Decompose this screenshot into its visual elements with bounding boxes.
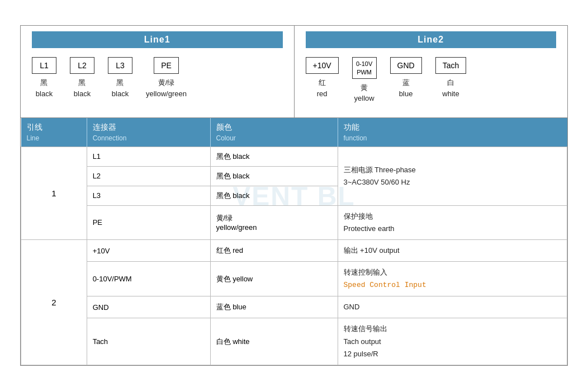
color-l1: 黑色 black	[210, 147, 338, 166]
connector-pe: PE 黄/绿yellow/green	[146, 57, 187, 99]
main-table: 引线Line 连接器Connection 颜色Colour 功能function…	[21, 118, 567, 365]
connection-l1: L1	[87, 147, 210, 166]
function-three-phase: 三相电源 Three-phase3~AC380V 50/60 Hz	[338, 147, 567, 205]
connector-label-l1: 黑black	[36, 77, 53, 99]
connector-l3: L3 黑black	[108, 57, 132, 99]
table-body: 1 L1 黑色 black 三相电源 Three-phase3~AC380V 5…	[21, 147, 567, 365]
table-row: 2 +10V 红色 red 输出 +10V output	[21, 240, 567, 262]
th-function: 功能function	[338, 118, 567, 147]
connector-l2: L2 黑black	[70, 57, 94, 99]
main-container: VENT BL Line1 L1 黑black L2 黑black L3 黑	[20, 25, 568, 365]
line2-connectors: +10V 红red 0-10VPWM 黄yellow GND 蓝blue Tac…	[306, 57, 557, 104]
connector-label-10v: 红red	[317, 77, 328, 99]
connector-box-pe: PE	[154, 57, 179, 74]
connector-label-pe: 黄/绿yellow/green	[146, 77, 187, 99]
line-number-1: 1	[21, 147, 87, 239]
connector-10v: +10V 红red	[306, 57, 339, 99]
connector-box-pwm: 0-10VPWM	[352, 57, 377, 79]
connector-box-tach: Tach	[435, 57, 467, 74]
color-l3: 黑色 black	[210, 186, 338, 205]
connection-tach: Tach	[87, 318, 210, 365]
th-connection: 连接器Connection	[87, 118, 210, 147]
connector-box-gnd: GND	[390, 57, 422, 74]
connector-label-tach: 白white	[442, 77, 459, 99]
connection-pwm: 0-10V/PWM	[87, 262, 210, 296]
color-gnd: 蓝色 blue	[210, 296, 338, 318]
connector-label-l3: 黑black	[112, 77, 129, 99]
color-tach: 白色 white	[210, 318, 338, 365]
color-pe: 黄/绿yellow/green	[210, 205, 338, 239]
function-tach: 转速信号输出 Tach output 12 pulse/R	[338, 318, 567, 365]
line1-block: Line1 L1 黑black L2 黑black L3 黑black	[21, 26, 295, 117]
connector-label-gnd: 蓝blue	[399, 77, 413, 99]
line2-header: Line2	[306, 31, 557, 48]
connector-label-pwm: 黄yellow	[354, 82, 374, 104]
line1-header: Line1	[32, 31, 283, 48]
function-10v: 输出 +10V output	[338, 240, 567, 262]
line2-block: Line2 +10V 红red 0-10VPWM 黄yellow GND 蓝bl…	[295, 26, 568, 117]
th-line: 引线Line	[21, 118, 87, 147]
connector-l1: L1 黑black	[32, 57, 56, 99]
function-pwm: 转速控制输入 Speed Control Input	[338, 262, 567, 296]
table-row: 0-10V/PWM 黄色 yellow 转速控制输入 Speed Control…	[21, 262, 567, 296]
line-number-2: 2	[21, 240, 87, 365]
connection-gnd: GND	[87, 296, 210, 318]
connector-label-l2: 黑black	[74, 77, 91, 99]
table-section: 引线Line 连接器Connection 颜色Colour 功能function…	[21, 118, 567, 365]
table-row: 1 L1 黑色 black 三相电源 Three-phase3~AC380V 5…	[21, 147, 567, 166]
connection-10v: +10V	[87, 240, 210, 262]
connector-pwm: 0-10VPWM 黄yellow	[352, 57, 377, 104]
connector-box-l3: L3	[108, 57, 132, 74]
color-l2: 黑色 black	[210, 166, 338, 186]
table-row: Tach 白色 white 转速信号输出 Tach output 12 puls…	[21, 318, 567, 365]
connection-pe: PE	[87, 205, 210, 239]
connector-box-l1: L1	[32, 57, 56, 74]
connector-tach: Tach 白white	[435, 57, 467, 99]
table-header: 引线Line 连接器Connection 颜色Colour 功能function	[21, 118, 567, 147]
connector-box-10v: +10V	[306, 57, 339, 74]
th-colour: 颜色Colour	[210, 118, 338, 147]
color-pwm: 黄色 yellow	[210, 262, 338, 296]
connector-gnd: GND 蓝blue	[390, 57, 422, 99]
function-pe: 保护接地Protective earth	[338, 205, 567, 239]
function-gnd: GND	[338, 296, 567, 318]
table-row: GND 蓝色 blue GND	[21, 296, 567, 318]
top-section: Line1 L1 黑black L2 黑black L3 黑black	[21, 26, 567, 118]
connection-l3: L3	[87, 186, 210, 205]
connection-l2: L2	[87, 166, 210, 186]
connector-box-l2: L2	[70, 57, 94, 74]
table-row: PE 黄/绿yellow/green 保护接地Protective earth	[21, 205, 567, 239]
line1-connectors: L1 黑black L2 黑black L3 黑black PE 黄/绿yell…	[32, 57, 283, 99]
color-10v: 红色 red	[210, 240, 338, 262]
